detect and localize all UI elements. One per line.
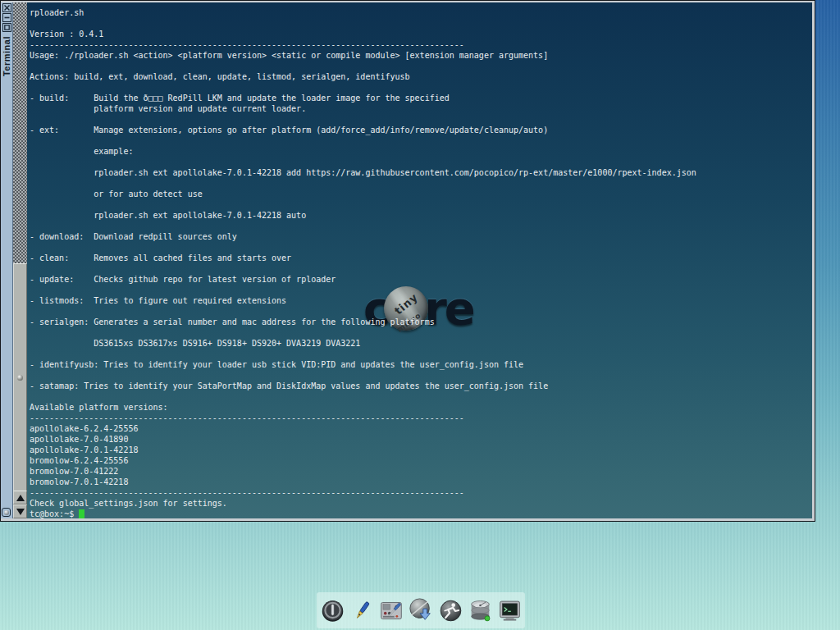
wbar-dock [317,592,525,628]
shell-prompt: tc@box:~$ [30,509,74,518]
scrollbar-arrows [13,491,27,518]
close-button[interactable] [2,3,11,12]
dock-app-browser-button[interactable] [408,595,435,626]
scroll-down-button[interactable] [13,504,27,518]
desktop: Terminal c tiny micro re rploader.sh Ver… [0,0,840,630]
maximize-button[interactable] [2,23,11,32]
shade-dimple-icon [4,510,9,515]
iconify-button[interactable] [2,13,11,22]
shade-button[interactable] [2,508,11,517]
dock-control-panel-button[interactable] [378,595,405,626]
close-icon [4,5,10,11]
run-icon [438,598,463,623]
maximize-icon [4,25,10,30]
terminal-cursor [79,509,84,519]
arrow-up-icon [16,495,25,501]
paint-pen-icon [350,598,374,623]
dock-exit-button[interactable] [319,595,346,626]
control-panel-icon [378,598,404,623]
scrollbar-grip-icon [17,375,23,381]
mount-tool-icon [467,597,494,623]
power-icon [320,598,345,623]
dock-editor-button[interactable] [349,595,376,626]
terminal-prompt-line: tc@box:~$ [27,509,812,518]
dock-mount-tool-button[interactable] [467,595,494,626]
app-browser-icon [408,597,434,623]
terminal-scrollbar[interactable] [13,2,27,518]
dock-run-button[interactable] [437,595,464,626]
minimize-icon [4,15,10,21]
scroll-up-button[interactable] [13,491,27,504]
arrow-down-icon [16,509,25,515]
scrollbar-thumb[interactable] [13,263,27,491]
terminal-icon [497,598,523,623]
dock-terminal-button[interactable] [496,595,523,626]
window-titlebar[interactable]: Terminal [1,2,13,518]
terminal-screen[interactable]: c tiny micro re rploader.sh Version : 0.… [27,2,812,518]
terminal-window: Terminal c tiny micro re rploader.sh Ver… [0,0,815,522]
terminal-output: rploader.sh Version : 0.4.1 ------------… [27,2,812,509]
window-title: Terminal [2,36,11,76]
